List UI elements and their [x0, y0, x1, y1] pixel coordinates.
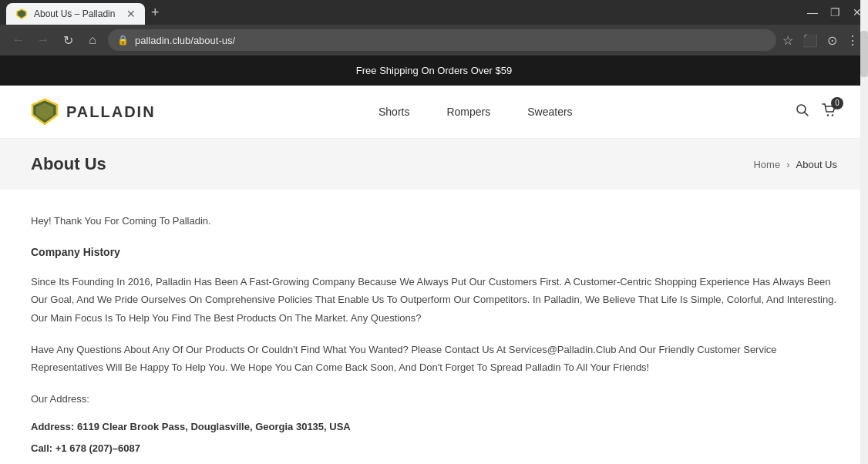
logo-shield-icon [31, 98, 59, 126]
our-address-label: Our Address: [31, 391, 837, 408]
about-paragraph-2: Have Any Questions About Any Of Our Prod… [31, 341, 837, 377]
tab-title: About Us – Palladin [34, 8, 115, 19]
address-bar[interactable]: 🔒 palladin.club/about-us/ [108, 29, 776, 51]
header-icons: 0 [796, 103, 837, 121]
page-title: About Us [31, 154, 106, 174]
tab-favicon-icon [15, 8, 28, 20]
browser-titlebar: About Us – Palladin ✕ + — ❐ ✕ [0, 0, 868, 25]
scrollbar-thumb[interactable] [860, 31, 868, 77]
breadcrumb-current: About Us [796, 159, 837, 170]
svg-line-4 [805, 112, 809, 116]
restore-button[interactable]: ❐ [830, 6, 840, 18]
nav-item-shorts[interactable]: Shorts [378, 106, 409, 118]
extensions-icon[interactable]: ⬛ [802, 33, 818, 48]
cart-icon[interactable]: 0 [822, 103, 837, 121]
announcement-bar: Free Shipping On Orders Over $59 [0, 55, 868, 86]
main-content: Hey! Thank You For Coming To Palladin. C… [0, 190, 868, 464]
home-button[interactable]: ⌂ [83, 33, 102, 47]
search-icon[interactable] [796, 103, 809, 121]
browser-toolbar-icons: ☆ ⬛ ⊙ ⋮ [782, 33, 859, 48]
svg-point-6 [832, 114, 833, 116]
site-logo[interactable]: PALLADIN [31, 98, 156, 126]
back-button[interactable]: ← [9, 33, 28, 47]
browser-tab-area: About Us – Palladin ✕ + [6, 0, 166, 25]
breadcrumb: Home › About Us [753, 159, 837, 170]
site-navigation: Shorts Rompers Sweaters [156, 106, 796, 118]
logo-text: PALLADIN [66, 103, 156, 121]
profile-icon[interactable]: ⊙ [827, 33, 837, 48]
browser-menu-icon[interactable]: ⋮ [846, 33, 859, 48]
forward-button[interactable]: → [34, 33, 52, 47]
website: Free Shipping On Orders Over $59 PALLADI… [0, 55, 868, 464]
site-header: PALLADIN Shorts Rompers Sweaters 0 [0, 86, 868, 139]
lock-icon: 🔒 [117, 35, 129, 45]
refresh-button[interactable]: ↻ [59, 33, 77, 48]
address-section: Our Address: Address: 6119 Clear Brook P… [31, 391, 837, 464]
svg-marker-0 [17, 9, 26, 18]
minimize-button[interactable]: — [807, 6, 818, 18]
bookmark-star-icon[interactable]: ☆ [782, 33, 793, 48]
svg-point-5 [827, 114, 829, 116]
browser-tab[interactable]: About Us – Palladin ✕ [6, 3, 145, 25]
nav-item-rompers[interactable]: Rompers [446, 106, 490, 118]
breadcrumb-separator: › [786, 159, 789, 170]
new-tab-button[interactable]: + [145, 5, 166, 21]
nav-item-sweaters[interactable]: Sweaters [527, 106, 572, 118]
phone-line: Call: +1 678 (207)–6087 [31, 440, 837, 457]
browser-addressbar: ← → ↻ ⌂ 🔒 palladin.club/about-us/ ☆ ⬛ ⊙ … [0, 25, 868, 55]
address-line: Address: 6119 Clear Brook Pass, Douglasv… [31, 419, 837, 435]
company-history-heading: Company History [31, 244, 837, 262]
cart-badge: 0 [831, 97, 843, 109]
page-header: About Us Home › About Us [0, 139, 868, 190]
about-paragraph-1: Since Its Founding In 2016, Palladin Has… [31, 273, 837, 327]
browser-chrome: About Us – Palladin ✕ + — ❐ ✕ ← → ↻ ⌂ 🔒 … [0, 0, 868, 55]
url-text: palladin.club/about-us/ [135, 35, 235, 46]
tab-close-button[interactable]: ✕ [126, 8, 136, 20]
greeting-text: Hey! Thank You For Coming To Palladin. [31, 213, 837, 230]
announcement-text: Free Shipping On Orders Over $59 [356, 65, 512, 76]
window-controls: — ❐ ✕ [807, 6, 862, 18]
scrollbar-track[interactable] [860, 0, 868, 464]
breadcrumb-home-link[interactable]: Home [753, 159, 780, 170]
